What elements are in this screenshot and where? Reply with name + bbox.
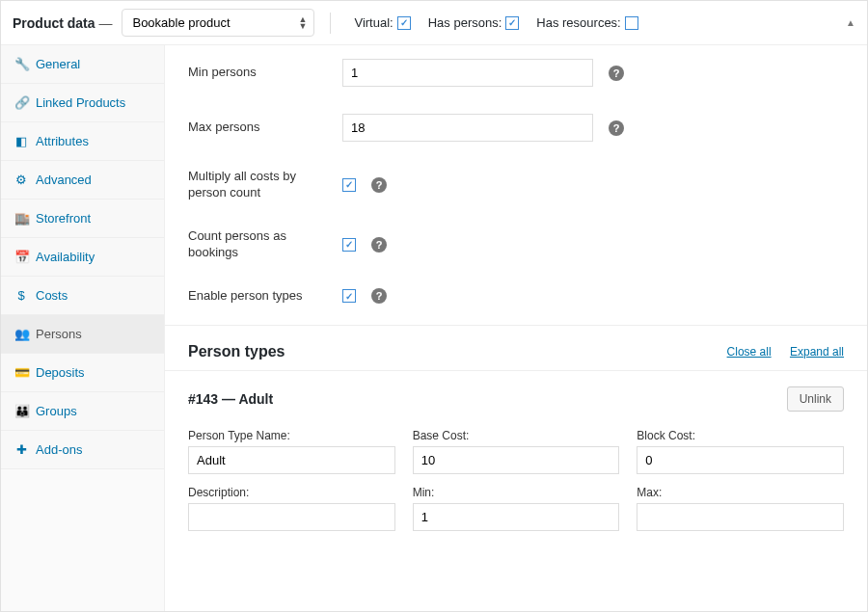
sidebar-item-general[interactable]: 🔧General bbox=[1, 45, 164, 84]
max-label: Max: bbox=[637, 486, 844, 499]
sidebar-item-groups[interactable]: 👪Groups bbox=[1, 392, 164, 431]
base-cost-input[interactable] bbox=[413, 446, 620, 474]
min-persons-label: Min persons bbox=[188, 65, 333, 81]
count-persons-checkbox[interactable] bbox=[342, 238, 356, 252]
calendar-icon: 📅 bbox=[14, 250, 28, 264]
panel-body: 🔧General 🔗Linked Products ◧Attributes ⚙A… bbox=[1, 45, 867, 611]
enable-person-types-checkbox[interactable] bbox=[342, 289, 356, 303]
sidebar-item-add-ons[interactable]: ✚Add-ons bbox=[1, 431, 164, 469]
sidebar-item-label: Groups bbox=[36, 404, 77, 418]
help-icon[interactable]: ? bbox=[609, 66, 624, 81]
sidebar-item-advanced[interactable]: ⚙Advanced bbox=[1, 161, 164, 200]
person-type-item-header: #143 — Adult Unlink bbox=[188, 386, 844, 412]
header-divider bbox=[330, 13, 331, 34]
store-icon: 🏬 bbox=[14, 211, 28, 226]
attributes-icon: ◧ bbox=[14, 134, 28, 148]
sidebar-item-label: Deposits bbox=[36, 365, 85, 380]
panel-header: Product data — Bookable product ▲▼ Virtu… bbox=[1, 1, 867, 45]
person-type-title: #143 — Adult bbox=[188, 391, 273, 407]
group-icon: 👪 bbox=[14, 404, 28, 418]
panel-title: Product data — bbox=[13, 15, 112, 31]
sidebar: 🔧General 🔗Linked Products ◧Attributes ⚙A… bbox=[1, 45, 165, 611]
virtual-checkbox[interactable] bbox=[397, 16, 411, 30]
expand-all-link[interactable]: Expand all bbox=[790, 345, 844, 359]
person-type-name-label: Person Type Name: bbox=[188, 429, 395, 442]
has-persons-field: Has persons: bbox=[428, 15, 520, 30]
block-cost-label: Block Cost: bbox=[637, 429, 844, 442]
description-label: Description: bbox=[188, 486, 395, 499]
enable-person-types-row: Enable person types ? bbox=[165, 275, 867, 318]
virtual-field: Virtual: bbox=[354, 15, 410, 30]
plus-icon: ✚ bbox=[14, 442, 28, 457]
close-all-link[interactable]: Close all bbox=[727, 345, 772, 359]
product-type-select[interactable]: Bookable product bbox=[122, 9, 314, 37]
multiply-costs-checkbox[interactable] bbox=[342, 178, 356, 192]
help-icon[interactable]: ? bbox=[609, 120, 624, 136]
person-type-name-input[interactable] bbox=[188, 446, 395, 474]
person-types-heading: Person types bbox=[188, 343, 285, 360]
link-icon: 🔗 bbox=[14, 95, 28, 110]
sidebar-item-label: Linked Products bbox=[36, 95, 125, 110]
has-persons-checkbox[interactable] bbox=[505, 16, 519, 30]
sidebar-item-costs[interactable]: $Costs bbox=[1, 277, 164, 315]
person-type-item: #143 — Adult Unlink Person Type Name: Ba… bbox=[165, 370, 867, 546]
product-data-panel: Product data — Bookable product ▲▼ Virtu… bbox=[0, 0, 868, 612]
min-input[interactable] bbox=[413, 503, 620, 531]
sidebar-item-label: Costs bbox=[36, 288, 68, 303]
description-input[interactable] bbox=[188, 503, 395, 531]
has-persons-label: Has persons: bbox=[428, 15, 502, 30]
sidebar-item-label: Advanced bbox=[36, 173, 92, 187]
count-persons-row: Count persons as bookings ? bbox=[165, 215, 867, 275]
max-field: Max: bbox=[637, 486, 844, 531]
help-icon[interactable]: ? bbox=[371, 177, 387, 193]
collapse-icon[interactable]: ▲ bbox=[846, 17, 855, 28]
min-persons-input[interactable] bbox=[342, 59, 593, 87]
has-resources-checkbox[interactable] bbox=[625, 16, 638, 30]
persons-icon: 👥 bbox=[14, 327, 28, 341]
content-area: Min persons ? Max persons ? Multiply all… bbox=[165, 45, 867, 611]
max-persons-row: Max persons ? bbox=[165, 100, 867, 155]
unlink-button[interactable]: Unlink bbox=[787, 386, 844, 412]
sidebar-item-label: Add-ons bbox=[36, 442, 82, 457]
sidebar-item-attributes[interactable]: ◧Attributes bbox=[1, 122, 164, 161]
sidebar-item-label: Availability bbox=[36, 250, 95, 264]
sidebar-item-storefront[interactable]: 🏬Storefront bbox=[1, 200, 164, 238]
sidebar-item-label: Attributes bbox=[36, 134, 89, 148]
multiply-costs-row: Multiply all costs by person count ? bbox=[165, 155, 867, 215]
has-resources-label: Has resources: bbox=[536, 15, 620, 30]
sidebar-item-linked-products[interactable]: 🔗Linked Products bbox=[1, 84, 164, 122]
max-persons-input[interactable] bbox=[342, 114, 593, 142]
sidebar-item-availability[interactable]: 📅Availability bbox=[1, 238, 164, 277]
base-cost-label: Base Cost: bbox=[413, 429, 620, 442]
has-resources-field: Has resources: bbox=[536, 15, 637, 30]
virtual-label: Virtual: bbox=[354, 15, 393, 30]
person-types-header: Person types Close all Expand all bbox=[165, 326, 867, 370]
sidebar-item-label: Persons bbox=[36, 327, 82, 341]
dollar-icon: $ bbox=[14, 288, 28, 303]
person-type-name-field: Person Type Name: bbox=[188, 429, 395, 474]
base-cost-field: Base Cost: bbox=[413, 429, 620, 474]
sidebar-item-label: General bbox=[36, 57, 80, 71]
max-persons-label: Max persons bbox=[188, 120, 333, 136]
block-cost-field: Block Cost: bbox=[637, 429, 844, 474]
multiply-costs-label: Multiply all costs by person count bbox=[188, 169, 333, 201]
help-icon[interactable]: ? bbox=[371, 237, 387, 253]
person-types-links: Close all Expand all bbox=[712, 345, 844, 359]
max-input[interactable] bbox=[637, 503, 844, 531]
min-persons-row: Min persons ? bbox=[165, 45, 867, 100]
card-icon: 💳 bbox=[14, 365, 28, 380]
sidebar-item-persons[interactable]: 👥Persons bbox=[1, 315, 164, 354]
sidebar-item-deposits[interactable]: 💳Deposits bbox=[1, 354, 164, 392]
description-field: Description: bbox=[188, 486, 395, 531]
count-persons-label: Count persons as bookings bbox=[188, 228, 333, 261]
enable-person-types-label: Enable person types bbox=[188, 288, 333, 305]
block-cost-input[interactable] bbox=[637, 446, 844, 474]
help-icon[interactable]: ? bbox=[371, 288, 387, 304]
sidebar-item-label: Storefront bbox=[36, 211, 91, 226]
min-field: Min: bbox=[413, 486, 620, 531]
product-type-select-wrap: Bookable product ▲▼ bbox=[122, 9, 314, 37]
gear-icon: ⚙ bbox=[14, 173, 28, 187]
min-label: Min: bbox=[413, 486, 620, 499]
wrench-icon: 🔧 bbox=[14, 57, 28, 71]
